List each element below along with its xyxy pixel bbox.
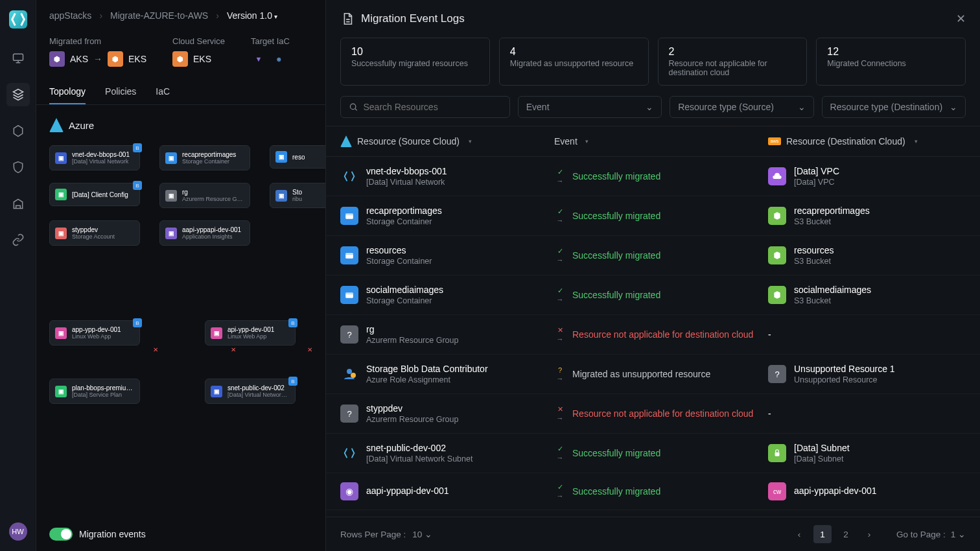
dest-name: Unsupported Resource 1 <box>794 364 895 374</box>
topology-node[interactable]: ▣ vnet-dev-bbops-001 [Data] Virtual Netw… <box>49 145 140 170</box>
svg-point-6 <box>351 373 356 378</box>
document-icon <box>340 12 355 26</box>
nav-stacks-icon[interactable] <box>6 83 30 106</box>
node-name: styppdev <box>72 226 115 233</box>
close-icon[interactable]: ✕ <box>956 12 966 26</box>
event-status-icon: ✓→ <box>554 445 566 462</box>
chevron-down-icon: ⌄ <box>646 102 653 112</box>
logo-icon <box>9 10 27 29</box>
node-subtitle: [Data] Service Plan <box>72 392 134 398</box>
page-2-button[interactable]: 2 <box>837 525 855 543</box>
filter-source-type[interactable]: Resource type (Source)⌄ <box>670 96 813 118</box>
topology-node[interactable]: ▣ api-ypp-dev-001 Linux Web App B <box>205 320 296 346</box>
breadcrumb-project[interactable]: Migrate-AZURE-to-AWS <box>110 10 208 21</box>
topology-node[interactable]: ▣ styppdev Storage Account <box>49 220 140 246</box>
resource-icon: ▣ <box>211 327 222 339</box>
node-subtitle: [Data] Virtual Network <box>72 158 130 165</box>
provider-label: Azure <box>69 120 94 131</box>
stat-card[interactable]: 2 Resource not applicable for destinatio… <box>658 38 808 86</box>
node-subtitle: Azurerm Resource Group <box>182 196 244 202</box>
table-row[interactable]: ? styppdev Azurerm Resource Group ✕→ Res… <box>326 394 980 434</box>
goto-page-select[interactable]: 1 ⌄ <box>951 529 966 539</box>
nav-building-icon[interactable] <box>6 192 30 215</box>
source-name: resources <box>366 245 432 255</box>
topology-node[interactable]: ▣ recapreportimages Storage Container <box>159 145 250 170</box>
topology-node[interactable]: ▣ aapi-yppapi-dev-001 Application Insigh… <box>159 220 250 246</box>
cloud-label: Cloud Service <box>172 36 225 46</box>
resource-icon: ▣ <box>55 386 67 397</box>
topology-node[interactable]: ▣ snet-public-dev-002 [Data] Virtual Net… <box>205 379 296 404</box>
node-name: aapi-yppapi-dev-001 <box>182 226 241 233</box>
table-row[interactable]: resources Storage Container ✓→ Successfu… <box>326 236 980 276</box>
source-resource-icon <box>340 246 358 264</box>
breadcrumb-version[interactable]: Version 1.0▾ <box>227 10 277 21</box>
event-status-icon: ✓→ <box>554 287 566 303</box>
table-row[interactable]: socialmediaimages Storage Container ✓→ S… <box>326 276 980 315</box>
tab-topology[interactable]: Topology <box>49 80 86 104</box>
event-status-icon: ✓→ <box>554 168 566 185</box>
sort-icon[interactable]: ▾ <box>469 138 472 145</box>
table-row[interactable]: vnet-dev-bbops-001 [Data] Virtual Networ… <box>326 157 980 196</box>
dest-resource-icon: ? <box>768 365 786 383</box>
source-type: [Data] Virtual Network <box>366 178 447 187</box>
stat-label: Migrated as unsupported resource <box>510 59 638 68</box>
sort-icon[interactable]: ▾ <box>585 138 589 145</box>
event-logs-panel: Migration Event Logs ✕ 10 Successfully m… <box>325 0 980 551</box>
dest-name: aapi-yppapi-dev-001 <box>794 486 877 496</box>
event-status-icon: ✓→ <box>554 247 566 264</box>
source-type: [Data] Virtual Network Subnet <box>366 454 472 463</box>
dest-type: [Data] Subnet <box>794 454 850 463</box>
search-input[interactable] <box>340 96 510 118</box>
toggle-switch-icon[interactable] <box>49 528 73 541</box>
nav-link-icon[interactable] <box>6 228 30 252</box>
stat-card[interactable]: 4 Migrated as unsupported resource <box>499 38 649 86</box>
resource-icon: ▣ <box>55 189 67 200</box>
table-row[interactable]: ? rg Azurerm Resource Group ✕→ Resource … <box>326 315 980 355</box>
filter-event[interactable]: Event⌄ <box>518 96 662 118</box>
stat-label: Successfully migrated resources <box>351 59 479 68</box>
filter-dest-type[interactable]: Resource type (Destination)⌄ <box>822 96 966 118</box>
resource-icon: ▣ <box>275 151 287 163</box>
col-dest[interactable]: Resource (Destination Cloud) <box>786 136 905 147</box>
goto-page-label: Go to Page : <box>896 530 946 539</box>
svg-rect-0 <box>13 54 23 60</box>
avatar[interactable]: HW <box>9 522 27 541</box>
node-subtitle: Storage Account <box>72 233 115 240</box>
stat-value: 4 <box>510 46 638 58</box>
dest-resource-icon <box>768 167 786 185</box>
dest-name: socialmediaimages <box>794 285 871 295</box>
topology-node[interactable]: ▣ [Data] Client Config B <box>49 183 140 206</box>
col-event[interactable]: Event <box>554 136 578 147</box>
rows-per-page-select[interactable]: 10 ⌄ <box>412 529 432 539</box>
nav-monitor-icon[interactable] <box>6 47 30 70</box>
tab-policies[interactable]: Policies <box>105 80 136 104</box>
topology-node[interactable]: ▣ plan-bbops-premium-dev-002 [Data] Serv… <box>49 379 140 404</box>
breadcrumb-appstacks[interactable]: appStacks <box>49 10 91 21</box>
event-text: Resource not applicable for destination … <box>572 329 753 340</box>
dest-name: recapreportimages <box>794 205 870 216</box>
page-next-button[interactable]: › <box>860 525 878 543</box>
sort-icon[interactable]: ▾ <box>915 138 918 145</box>
event-status-icon: ✕→ <box>554 326 566 343</box>
stat-card[interactable]: 10 Successfully migrated resources <box>340 38 490 86</box>
col-source[interactable]: Resource (Source Cloud) <box>357 136 460 147</box>
resource-icon: ▣ <box>275 190 287 202</box>
stat-card[interactable]: 12 Migrated Connections <box>816 38 966 86</box>
from-a: AKS <box>70 54 88 64</box>
source-type: Storage Container <box>366 257 432 266</box>
tab-iac[interactable]: IaC <box>156 80 170 104</box>
page-prev-button[interactable]: ‹ <box>790 525 808 543</box>
table-row[interactable]: snet-public-dev-002 [Data] Virtual Netwo… <box>326 434 980 473</box>
nav-hexagon-icon[interactable] <box>6 119 30 143</box>
migration-events-toggle[interactable]: Migration events <box>49 528 146 541</box>
svg-rect-3 <box>345 253 353 259</box>
table-row[interactable]: Storage Blob Data Contributor Azure Role… <box>326 355 980 394</box>
table-row[interactable]: recapreportimages Storage Container ✓→ S… <box>326 196 980 236</box>
source-resource-icon: ? <box>340 404 358 423</box>
nav-shield-icon[interactable] <box>6 156 30 179</box>
resource-icon: ▣ <box>165 228 177 239</box>
topology-node[interactable]: ▣ app-ypp-dev-001 Linux Web App B <box>49 320 140 346</box>
table-row[interactable]: ◉ aapi-yppapi-dev-001 ✓→ Successfully mi… <box>326 473 980 510</box>
page-1-button[interactable]: 1 <box>813 525 832 543</box>
topology-node[interactable]: ▣ rg Azurerm Resource Group <box>159 183 250 208</box>
